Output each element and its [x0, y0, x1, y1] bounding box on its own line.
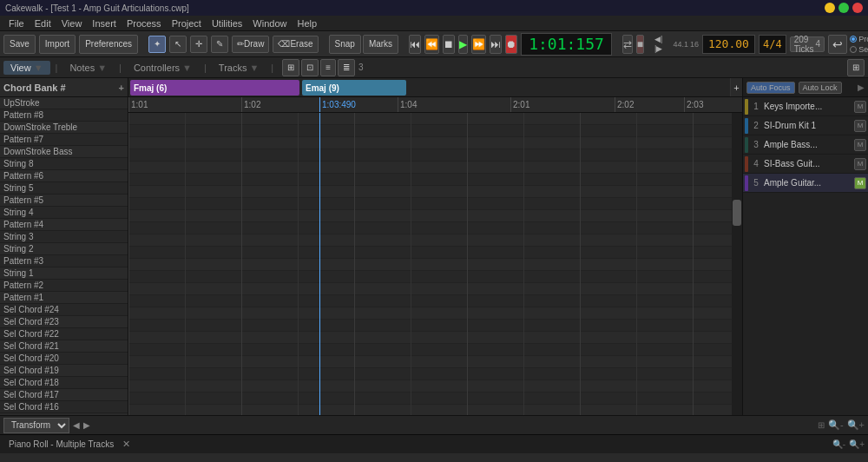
marks-button[interactable]: Marks: [363, 35, 398, 54]
fast-back-button[interactable]: ⏪: [424, 35, 439, 54]
track-list-item[interactable]: String 4: [0, 207, 128, 219]
rewind-button[interactable]: ⏮: [409, 35, 421, 54]
track-list-item[interactable]: Pattern #7: [0, 134, 128, 146]
track-list-item[interactable]: Pattern #6: [0, 170, 128, 182]
smart-tool[interactable]: ✦: [148, 36, 166, 53]
meter-display[interactable]: 4/4: [759, 35, 786, 54]
layout-button[interactable]: ⊞: [847, 59, 865, 76]
track-list-item[interactable]: Pattern #4: [0, 219, 128, 231]
track-list-item[interactable]: Pattern #1: [0, 292, 128, 304]
punch-button[interactable]: ■: [636, 35, 644, 54]
close-btn[interactable]: [852, 3, 863, 13]
track-list-item[interactable]: Pattern #8: [0, 109, 128, 122]
right-panel-track[interactable]: 2 SI-Drum Kit 1 M: [743, 116, 868, 135]
track-list-item[interactable]: String 1: [0, 267, 128, 280]
track-list-item[interactable]: String 8: [0, 158, 128, 170]
track-list-item[interactable]: DownStroke Treble: [0, 122, 128, 134]
loop-button[interactable]: ⇄: [622, 35, 633, 54]
menu-edit[interactable]: Edit: [30, 16, 56, 30]
track-list-item[interactable]: Sel Chord #15: [0, 413, 128, 415]
grid-button-4[interactable]: ≣: [338, 59, 355, 76]
right-panel-track[interactable]: 4 SI-Bass Guit... M: [743, 155, 868, 174]
grid-button-3[interactable]: ≡: [320, 59, 336, 76]
track-list-item[interactable]: Pattern #5: [0, 195, 128, 207]
track-list-item[interactable]: Sel Chord #19: [0, 365, 128, 377]
auto-focus-btn[interactable]: Auto Focus: [746, 82, 795, 94]
tempo-display[interactable]: 120.00: [702, 35, 755, 54]
right-panel-track[interactable]: 5 Ample Guitar... M: [743, 174, 868, 193]
track-mute-btn[interactable]: M: [854, 158, 866, 170]
track-list-item[interactable]: Sel Chord #23: [0, 316, 128, 328]
track-mute-btn[interactable]: M: [854, 139, 866, 151]
zoom-minus[interactable]: 🔍-: [828, 419, 844, 431]
track-list-item[interactable]: Sel Chord #22: [0, 328, 128, 340]
tab-tracks[interactable]: Tracks ▼: [212, 61, 266, 75]
zoom-plus[interactable]: 🔍+: [847, 419, 865, 431]
project-radio[interactable]: Project: [850, 35, 868, 43]
selection-radio[interactable]: Selection: [850, 45, 868, 54]
maximize-btn[interactable]: [838, 3, 849, 13]
play-button[interactable]: ▶: [458, 35, 468, 54]
track-list-item[interactable]: DownStroke Bass: [0, 146, 128, 158]
menu-window[interactable]: Window: [247, 16, 292, 30]
zoom-out-btn[interactable]: 🔍-: [832, 439, 845, 449]
import-button[interactable]: Import: [39, 35, 76, 54]
menu-help[interactable]: Help: [292, 16, 322, 30]
transform-arrow-right[interactable]: ▶: [83, 420, 90, 430]
track-list-item[interactable]: Sel Chord #17: [0, 389, 128, 401]
right-panel-track[interactable]: 1 Keys Importe... M: [743, 97, 868, 116]
prev-marker[interactable]: ◀|: [654, 35, 662, 43]
menu-project[interactable]: Project: [167, 16, 207, 30]
menu-utilities[interactable]: Utilities: [207, 16, 247, 30]
fast-forward-button[interactable]: ⏩: [471, 35, 486, 54]
track-mute-btn[interactable]: M: [854, 101, 866, 113]
transform-options[interactable]: ⊞: [818, 420, 825, 430]
track-list-item[interactable]: UpStroke: [0, 97, 128, 109]
menu-insert[interactable]: Insert: [87, 16, 122, 30]
grid-scrollbar[interactable]: [732, 113, 742, 415]
track-list-item[interactable]: String 2: [0, 243, 128, 255]
track-add-btn[interactable]: +: [119, 82, 124, 93]
track-list-item[interactable]: String 5: [0, 182, 128, 195]
track-mute-btn[interactable]: M: [854, 177, 866, 189]
menu-process[interactable]: Process: [122, 16, 167, 30]
track-list-item[interactable]: Sel Chord #21: [0, 340, 128, 353]
piano-roll-close[interactable]: ✕: [122, 439, 130, 450]
clip[interactable]: Emaj (9): [302, 80, 406, 96]
record-button[interactable]: ⏺: [505, 35, 517, 54]
track-list-item[interactable]: Sel Chord #20: [0, 353, 128, 365]
snap-button[interactable]: Snap: [329, 35, 361, 54]
scroll-thumb[interactable]: [733, 200, 741, 226]
right-panel-track[interactable]: 3 Ample Bass... M: [743, 135, 868, 155]
menu-file[interactable]: File: [3, 16, 30, 30]
zoom-in-btn[interactable]: 🔍+: [849, 439, 865, 449]
track-list-item[interactable]: String 3: [0, 231, 128, 243]
save-button[interactable]: Save: [3, 35, 36, 54]
preferences-button[interactable]: Preferences: [79, 35, 138, 54]
minimize-btn[interactable]: [825, 3, 835, 13]
transform-arrow-left[interactable]: ◀: [73, 420, 80, 430]
stop-button[interactable]: ⏹: [443, 35, 455, 54]
end-button[interactable]: ⏭: [490, 35, 502, 54]
draw-tool[interactable]: ✏ Draw: [232, 36, 269, 53]
grid-button-1[interactable]: ⊞: [282, 59, 299, 76]
next-marker[interactable]: |▶: [654, 44, 662, 53]
edit-tool[interactable]: ✎: [211, 36, 228, 53]
clip[interactable]: Fmaj (6): [130, 80, 299, 96]
right-panel-close[interactable]: ▶: [858, 82, 865, 92]
grid-button-2[interactable]: ⊡: [301, 59, 319, 76]
undo-button[interactable]: ↩: [828, 35, 847, 54]
transform-select[interactable]: Transform: [3, 418, 69, 433]
select-tool[interactable]: ↖: [169, 36, 187, 53]
tab-controllers[interactable]: Controllers ▼: [127, 61, 199, 75]
track-list-item[interactable]: Sel Chord #24: [0, 304, 128, 316]
track-mute-btn[interactable]: M: [854, 120, 866, 132]
track-list-item[interactable]: Sel Chord #16: [0, 401, 128, 413]
menu-view[interactable]: View: [56, 16, 88, 30]
tab-view[interactable]: View ▼: [3, 61, 50, 75]
track-list-item[interactable]: Sel Chord #18: [0, 377, 128, 389]
erase-tool[interactable]: ⌫ Erase: [273, 36, 318, 53]
auto-lock-btn[interactable]: Auto Lock: [799, 82, 842, 94]
tab-notes[interactable]: Notes ▼: [62, 61, 114, 75]
track-list-item[interactable]: Pattern #2: [0, 280, 128, 292]
